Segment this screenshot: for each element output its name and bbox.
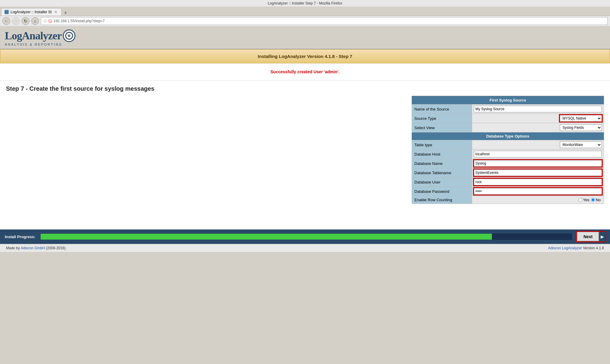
logo-name: LogAnalyzer xyxy=(5,29,62,42)
step-banner: Installing LogAnalyzer Version 4.1.8 - S… xyxy=(0,49,610,63)
label-database-name: Database Name xyxy=(412,159,472,168)
next-button-arrow: ▶ xyxy=(599,234,605,239)
db-type-options-header-row: Database Type Options xyxy=(412,132,604,140)
tab-close-button[interactable]: ✕ xyxy=(53,10,58,14)
main-content: Installing LogAnalyzer Version 4.1.8 - S… xyxy=(0,49,610,229)
footer-left: Made by Adiscon GmbH (2008-2016) xyxy=(6,246,66,250)
input-database-password[interactable] xyxy=(474,188,602,195)
next-button-wrapper: Next ▶ xyxy=(577,232,605,241)
value-database-user xyxy=(472,177,604,187)
row-source-type: Source Type MYSQL Native MSSQL PGSQL Ora… xyxy=(412,114,604,123)
row-table-type: Table type MonitorWare Other xyxy=(412,140,604,150)
footer-adiscon-link[interactable]: Adiscon GmbH xyxy=(21,246,45,250)
label-table-type: Table type xyxy=(412,140,472,150)
input-database-host[interactable] xyxy=(474,151,602,157)
db-type-options-header-cell: Database Type Options xyxy=(412,132,604,140)
next-button[interactable]: Next xyxy=(577,232,599,241)
value-source-type: MYSQL Native MSSQL PGSQL Oracle xyxy=(472,114,604,123)
logo-header: LogAnalyzer ANALYSIS & REPORTING xyxy=(0,26,610,49)
page-wrapper: LogAnalyzer ANALYSIS & REPORTING Install… xyxy=(0,26,610,252)
label-source-type: Source Type xyxy=(412,114,472,123)
value-enable-row-counting: Yes No xyxy=(472,196,604,204)
row-database-tablename: Database Tablename xyxy=(412,168,604,177)
row-database-password: Database Password xyxy=(412,187,604,196)
forward-button[interactable]: → xyxy=(12,17,20,25)
label-database-user: Database User xyxy=(412,177,472,187)
new-tab-button[interactable]: + xyxy=(62,10,70,16)
url-lock-icon: ⓘ xyxy=(44,19,47,23)
radio-yes[interactable] xyxy=(578,198,582,202)
logo-text: LogAnalyzer ANALYSIS & REPORTING xyxy=(5,29,75,46)
step-title: Step 7 - Create the first source for sys… xyxy=(0,80,610,96)
input-database-tablename[interactable] xyxy=(474,169,602,176)
row-name-of-source: Name of the Source xyxy=(412,105,604,114)
label-enable-row-counting: Enable Row Counting xyxy=(412,196,472,204)
select-table-type[interactable]: MonitorWare Other xyxy=(560,141,602,148)
row-select-view: Select View Syslog Fields All Fields xyxy=(412,123,604,132)
value-database-tablename xyxy=(472,168,604,177)
footer: Made by Adiscon GmbH (2008-2016) Adiscon… xyxy=(0,244,610,252)
label-select-view: Select View xyxy=(412,123,472,132)
logo-icon xyxy=(63,29,75,42)
bottom-bar: Install Progress: Next ▶ xyxy=(0,229,610,244)
browser-title-text: LogAnalyzer :: Installer Step 7 - Mozill… xyxy=(268,1,342,5)
radio-no[interactable] xyxy=(591,198,595,202)
radio-no-text: No xyxy=(596,198,601,202)
input-name-of-source[interactable] xyxy=(474,106,602,112)
success-section: Successfully created User 'admin'. xyxy=(0,63,610,80)
install-progress-label: Install Progress: xyxy=(5,235,35,239)
footer-left-text: Made by xyxy=(6,246,21,250)
browser-tabbar: LogAnalyzer :: Installer St ✕ + xyxy=(0,7,610,16)
row-database-name: Database Name xyxy=(412,159,604,168)
success-message: Successfully created User 'admin'. xyxy=(270,69,340,74)
progress-bar-outer xyxy=(40,233,572,240)
logo-icon-inner xyxy=(65,32,73,40)
logo-subtitle: ANALYSIS & REPORTING xyxy=(5,43,75,46)
value-database-host xyxy=(472,150,604,159)
radio-group-row-counting: Yes No xyxy=(474,198,602,202)
input-database-name[interactable] xyxy=(474,160,602,167)
input-database-user[interactable] xyxy=(474,179,602,185)
radio-yes-label[interactable]: Yes xyxy=(578,198,589,202)
url-text: 192.168.1.55/install.php?step=7 xyxy=(53,19,105,23)
back-button[interactable]: ← xyxy=(2,17,10,25)
value-database-name xyxy=(472,159,604,168)
label-database-host: Database Host xyxy=(412,150,472,159)
first-syslog-header-cell: First Syslog Source xyxy=(412,96,604,105)
browser-navbar: ← → ↻ ⌂ ⓘ 🚫 192.168.1.55/install.php?ste… xyxy=(0,16,610,26)
value-select-view: Syslog Fields All Fields xyxy=(472,123,604,132)
progress-bar-inner xyxy=(41,234,492,240)
value-name-of-source xyxy=(472,105,604,114)
value-table-type: MonitorWare Other xyxy=(472,140,604,150)
refresh-button[interactable]: ↻ xyxy=(22,17,29,25)
browser-tab[interactable]: LogAnalyzer :: Installer St ✕ xyxy=(1,8,62,16)
url-bar[interactable]: ⓘ 🚫 192.168.1.55/install.php?step=7 xyxy=(41,17,608,25)
radio-yes-text: Yes xyxy=(583,198,589,202)
syslog-table: First Syslog Source Name of the Source S… xyxy=(412,96,604,204)
value-database-password xyxy=(472,187,604,196)
row-database-host: Database Host xyxy=(412,150,604,159)
label-database-tablename: Database Tablename xyxy=(412,168,472,177)
home-button[interactable]: ⌂ xyxy=(31,17,39,25)
row-enable-row-counting: Enable Row Counting Yes No xyxy=(412,196,604,204)
browser-titlebar: LogAnalyzer :: Installer Step 7 - Mozill… xyxy=(0,0,610,7)
label-name-of-source: Name of the Source xyxy=(412,105,472,114)
footer-left-suffix: (2008-2016) xyxy=(46,246,66,250)
radio-no-label[interactable]: No xyxy=(591,198,601,202)
step-banner-text: Installing LogAnalyzer Version 4.1.8 - S… xyxy=(258,54,352,59)
label-database-password: Database Password xyxy=(412,187,472,196)
row-database-user: Database User xyxy=(412,177,604,187)
select-view[interactable]: Syslog Fields All Fields xyxy=(560,124,602,131)
footer-loganalyzer-link[interactable]: Adiscon LogAnalyzer xyxy=(548,246,582,250)
footer-right: Adiscon LogAnalyzer Version 4.1.8 xyxy=(548,246,604,250)
tab-label: LogAnalyzer :: Installer St xyxy=(11,10,52,14)
footer-right-suffix: Version 4.1.8 xyxy=(583,246,604,250)
table-header-first-syslog: First Syslog Source xyxy=(412,96,604,105)
tab-favicon xyxy=(5,10,9,14)
form-section: First Syslog Source Name of the Source S… xyxy=(0,96,610,210)
url-blocked-icon: 🚫 xyxy=(48,19,52,23)
logo-dot xyxy=(68,35,70,37)
select-source-type[interactable]: MYSQL Native MSSQL PGSQL Oracle xyxy=(560,115,602,122)
